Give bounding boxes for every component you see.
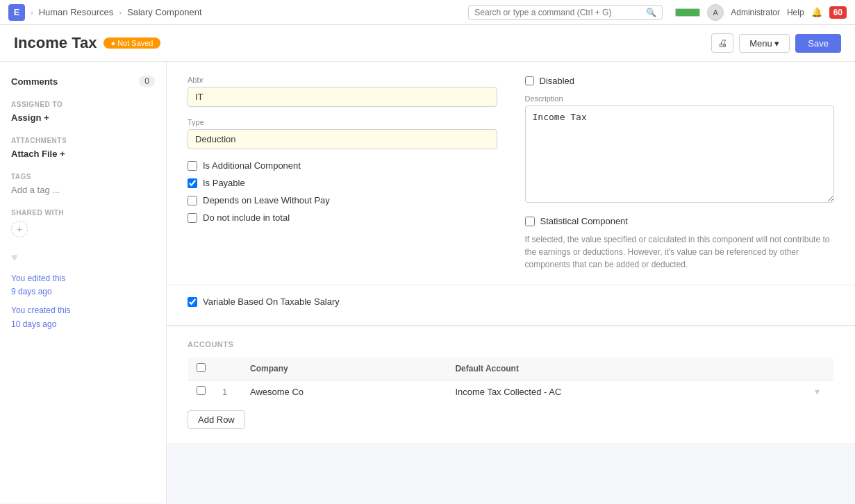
search-bar[interactable]: 🔍 [468,5,663,20]
accounts-table-body: 1 Awesome Co Income Tax Collected - AC ▾ [188,380,834,403]
attachments-label: ATTACHMENTS [11,137,155,144]
search-input[interactable] [474,8,642,17]
col-num [214,358,242,380]
form-col-left: Abbr Type Is Additional Component Is Pay… [188,76,497,271]
sidebar: Comments 0 ASSIGNED TO Assign + ATTACHME… [0,62,167,503]
comments-label[interactable]: Comments [11,76,58,87]
help-menu[interactable]: Help [787,8,804,17]
page-title: Income Tax [14,34,97,52]
table-row: 1 Awesome Co Income Tax Collected - AC ▾ [188,380,834,403]
type-label: Type [188,118,497,126]
is-payable-checkbox[interactable] [188,178,197,188]
save-button[interactable]: Save [795,34,841,53]
attachments-section: ATTACHMENTS Attach File + [11,137,155,159]
activity-create: You created this 10 days ago [11,304,155,330]
col-company-header: Company [242,358,447,380]
accounts-table: Company Default Account 1 Awesome Co Inc… [188,357,834,403]
type-group: Type [188,118,497,149]
abbr-label: Abbr [188,76,497,84]
depends-leave-checkbox[interactable] [188,196,197,205]
statistical-description: If selected, the value specified or calc… [525,233,835,271]
select-all-checkbox[interactable] [197,363,206,372]
col-actions-header [806,358,834,380]
disabled-group: Disabled [525,76,835,86]
col-check [188,358,215,380]
form-col-right: Disabled Description Income Tax Statisti… [525,76,835,271]
do-not-include-checkbox[interactable] [188,213,197,223]
statistical-checkbox[interactable] [525,217,535,226]
nav-arrow-1: › [31,8,33,17]
do-not-include-group: Do not include in total [188,212,497,223]
status-badge: ● Not Saved [103,37,160,49]
abbr-input[interactable] [188,87,497,107]
is-payable-group: Is Payable [188,178,497,188]
accounts-header-row: Company Default Account [188,358,834,380]
page-title-group: Income Tax ● Not Saved [14,34,160,52]
statistical-group: Statistical Component [525,216,835,226]
breadcrumb-salary-component[interactable]: Salary Component [127,7,202,17]
description-label: Description [525,94,835,103]
accounts-card: ACCOUNTS Company Default Account 1 [167,326,855,443]
row-checkbox[interactable] [197,386,206,395]
favorite-icon[interactable]: ♥ [11,251,155,264]
col-account-header: Default Account [447,358,806,380]
assigned-to-label: ASSIGNED TO [11,101,155,108]
add-row-button[interactable]: Add Row [188,410,245,429]
page-header: Income Tax ● Not Saved 🖨 Menu ▾ Save [0,25,855,62]
is-additional-group: Is Additional Component [188,160,497,171]
assign-button[interactable]: Assign + [11,112,49,123]
form-row-main: Abbr Type Is Additional Component Is Pay… [188,76,834,271]
accounts-table-header: Company Default Account [188,358,834,380]
assigned-to-section: ASSIGNED TO Assign + [11,101,155,123]
top-nav: E › Human Resources › Salary Component 🔍… [0,0,855,25]
comments-count: 0 [139,76,155,87]
avatar: A [707,4,724,21]
row-company-col: Awesome Co [242,380,447,403]
row-expand-icon[interactable]: ▾ [815,386,820,397]
is-additional-label[interactable]: Is Additional Component [203,160,301,171]
variable-checkbox[interactable] [188,297,197,307]
breadcrumb-human-resources[interactable]: Human Resources [39,7,114,17]
add-tag-button[interactable]: Add a tag ... [11,185,60,195]
app-icon: E [8,4,25,21]
variable-group: Variable Based On Taxable Salary [188,296,834,307]
main-layout: Comments 0 ASSIGNED TO Assign + ATTACHME… [0,62,855,503]
type-input[interactable] [188,129,497,149]
menu-button[interactable]: Menu ▾ [739,34,790,53]
page-actions: 🖨 Menu ▾ Save [711,33,841,53]
notification-count: 60 [829,6,847,19]
nav-right: A Administrator Help 🔔 60 [675,4,847,21]
activity-edit: You edited this 9 days ago [11,272,155,299]
tags-section: TAGS Add a tag ... [11,173,155,195]
depends-leave-group: Depends on Leave Without Pay [188,195,497,205]
is-payable-label[interactable]: Is Payable [203,178,245,188]
row-check-col [188,380,215,403]
do-not-include-label[interactable]: Do not include in total [203,212,290,223]
row-action-col: ▾ [806,380,834,403]
variable-label[interactable]: Variable Based On Taxable Salary [203,296,340,307]
attach-file-button[interactable]: Attach File + [11,149,65,159]
description-group: Description Income Tax [525,94,835,205]
comments-section: Comments 0 [11,76,155,87]
print-button[interactable]: 🖨 [711,33,733,53]
battery-icon [675,8,700,17]
description-textarea[interactable]: Income Tax [525,106,835,203]
comments-row: Comments 0 [11,76,155,87]
content-area: Abbr Type Is Additional Component Is Pay… [167,62,855,503]
row-num-col: 1 [214,380,242,403]
abbr-group: Abbr [188,76,497,107]
activity-log: You edited this 9 days ago You created t… [11,272,155,331]
disabled-label[interactable]: Disabled [540,76,575,86]
depends-leave-label[interactable]: Depends on Leave Without Pay [203,195,330,205]
tags-label: TAGS [11,173,155,180]
notification-icon: 🔔 [811,7,822,17]
user-menu[interactable]: Administrator [731,8,780,17]
disabled-checkbox[interactable] [525,76,534,85]
shared-plus-button[interactable]: + [11,221,28,237]
variable-card: Variable Based On Taxable Salary [167,285,855,326]
row-account-col: Income Tax Collected - AC [447,380,806,403]
statistical-label[interactable]: Statistical Component [540,216,628,226]
search-icon: 🔍 [646,8,656,17]
is-additional-checkbox[interactable] [188,161,197,171]
nav-arrow-2: › [119,8,122,17]
